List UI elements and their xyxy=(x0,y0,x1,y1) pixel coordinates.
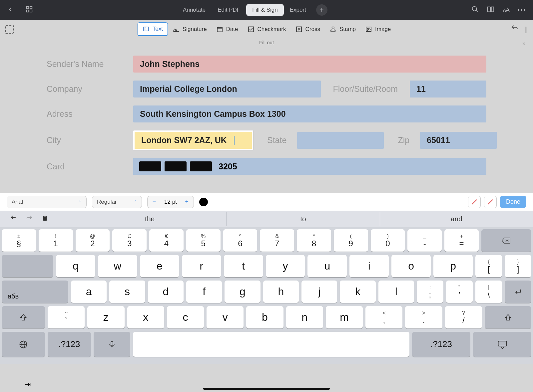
key-lang[interactable]: абв xyxy=(2,281,68,303)
undo-icon[interactable] xyxy=(511,24,519,34)
key-punct[interactable]: <, xyxy=(365,306,402,328)
key-=[interactable]: += xyxy=(444,229,479,252)
key-b[interactable]: b xyxy=(246,306,283,328)
key-7[interactable]: &7 xyxy=(260,229,294,252)
tab-annotate[interactable]: Annotate xyxy=(177,4,212,16)
suggestion-1[interactable]: the xyxy=(73,212,227,226)
key-mic[interactable] xyxy=(94,332,130,357)
key-0[interactable]: )0 xyxy=(371,229,405,252)
tool-image[interactable]: Image xyxy=(360,23,395,36)
key-punct[interactable]: ?/ xyxy=(445,306,482,328)
key--[interactable]: _- xyxy=(407,229,442,252)
key-][interactable]: }] xyxy=(505,255,531,277)
clipboard-icon[interactable] xyxy=(41,215,49,223)
key-c[interactable]: c xyxy=(167,306,204,328)
format-tool-2[interactable] xyxy=(484,196,497,208)
home-indicator[interactable] xyxy=(203,388,330,390)
key-u[interactable]: u xyxy=(307,255,347,277)
key-bracket[interactable]: |\ xyxy=(475,281,502,303)
key-num-right[interactable]: .?123 xyxy=(412,332,470,357)
key-r[interactable]: r xyxy=(182,255,221,277)
key-h[interactable]: h xyxy=(263,281,299,303)
key-j[interactable]: j xyxy=(301,281,337,303)
key-e[interactable]: e xyxy=(140,255,179,277)
color-picker[interactable] xyxy=(199,198,208,206)
key-globe[interactable] xyxy=(2,332,45,357)
key-return[interactable] xyxy=(505,281,531,303)
key-n[interactable]: n xyxy=(286,306,323,328)
key-i[interactable]: i xyxy=(349,255,389,277)
key-k[interactable]: k xyxy=(340,281,375,303)
pause-icon[interactable]: ‖ xyxy=(525,25,528,33)
key-shift-right[interactable] xyxy=(485,306,531,328)
field-suite[interactable]: 11 xyxy=(410,81,486,98)
field-address[interactable]: South Kensington Campus Box 1300 xyxy=(133,105,486,122)
key-8[interactable]: *8 xyxy=(297,229,331,252)
key-f[interactable]: f xyxy=(186,281,222,303)
tab-fill-sign[interactable]: Fill & Sign xyxy=(246,4,284,16)
key-w[interactable]: w xyxy=(98,255,137,277)
tool-cross[interactable]: Cross xyxy=(291,23,325,36)
key-shift-left[interactable] xyxy=(2,306,45,328)
weight-dropdown[interactable]: Regular⌃ xyxy=(92,196,142,208)
back-icon[interactable] xyxy=(7,6,14,14)
tool-text[interactable]: Text xyxy=(138,22,168,36)
key-y[interactable]: y xyxy=(266,255,305,277)
key-§[interactable]: ±§ xyxy=(2,229,36,252)
add-tab-button[interactable]: + xyxy=(316,4,327,16)
key-a[interactable]: a xyxy=(71,281,107,303)
suggestion-3[interactable]: and xyxy=(380,212,533,226)
field-zip[interactable]: 65011 xyxy=(420,132,497,149)
key-5[interactable]: %5 xyxy=(186,229,221,252)
key-tilde[interactable]: ~` xyxy=(48,306,85,328)
key-bracket[interactable]: "' xyxy=(446,281,473,303)
key-p[interactable]: p xyxy=(433,255,473,277)
field-company[interactable]: Imperial College London xyxy=(133,81,321,98)
key-num-left[interactable]: .?123 xyxy=(48,332,91,357)
suggestion-2[interactable]: to xyxy=(227,212,380,226)
key-o[interactable]: o xyxy=(391,255,431,277)
key-backspace[interactable] xyxy=(481,229,531,252)
key-x[interactable]: x xyxy=(127,306,164,328)
key-4[interactable]: €4 xyxy=(149,229,184,252)
key-[[interactable]: {[ xyxy=(475,255,502,277)
tool-stamp[interactable]: Stamp xyxy=(325,23,360,36)
grid-icon[interactable] xyxy=(26,6,33,14)
search-icon[interactable] xyxy=(471,6,479,14)
size-minus-button[interactable]: − xyxy=(148,198,161,205)
textsize-icon[interactable]: ᴀA xyxy=(503,6,509,14)
key-3[interactable]: £3 xyxy=(112,229,147,252)
close-icon[interactable]: × xyxy=(522,40,526,47)
key-bracket[interactable]: :; xyxy=(417,281,443,303)
key-space[interactable] xyxy=(133,332,409,357)
key-v[interactable]: v xyxy=(207,306,244,328)
key-s[interactable]: s xyxy=(109,281,145,303)
font-dropdown[interactable]: Arial⌃ xyxy=(7,196,87,208)
more-icon[interactable]: ••• xyxy=(517,6,526,14)
key-q[interactable]: q xyxy=(56,255,95,277)
key-hidekb[interactable] xyxy=(473,332,531,357)
tool-signature[interactable]: Signature xyxy=(168,23,212,36)
key-g[interactable]: g xyxy=(225,281,260,303)
key-2[interactable]: @2 xyxy=(76,229,110,252)
field-sender[interactable]: John Stephens xyxy=(133,56,486,73)
field-card[interactable]: 3205 xyxy=(133,158,486,175)
key-punct[interactable]: >. xyxy=(405,306,442,328)
selection-tool[interactable] xyxy=(5,25,14,34)
key-m[interactable]: m xyxy=(326,306,363,328)
tool-date[interactable]: Date xyxy=(212,23,243,36)
undo-icon[interactable] xyxy=(10,215,17,223)
tool-checkmark[interactable]: Checkmark xyxy=(243,23,291,36)
key-9[interactable]: (9 xyxy=(334,229,368,252)
tab-edit-pdf[interactable]: Edit PDF xyxy=(212,4,246,16)
key-t[interactable]: t xyxy=(224,255,263,277)
field-city[interactable]: London SW7 2AZ, UK xyxy=(133,130,253,150)
key-1[interactable]: !1 xyxy=(39,229,73,252)
size-plus-button[interactable]: + xyxy=(180,198,194,205)
key-tab[interactable]: ⇥ xyxy=(2,255,53,277)
format-tool-1[interactable] xyxy=(468,196,481,208)
key-z[interactable]: z xyxy=(87,306,124,328)
book-icon[interactable] xyxy=(487,6,494,14)
done-button[interactable]: Done xyxy=(500,196,526,208)
key-6[interactable]: ^6 xyxy=(223,229,258,252)
